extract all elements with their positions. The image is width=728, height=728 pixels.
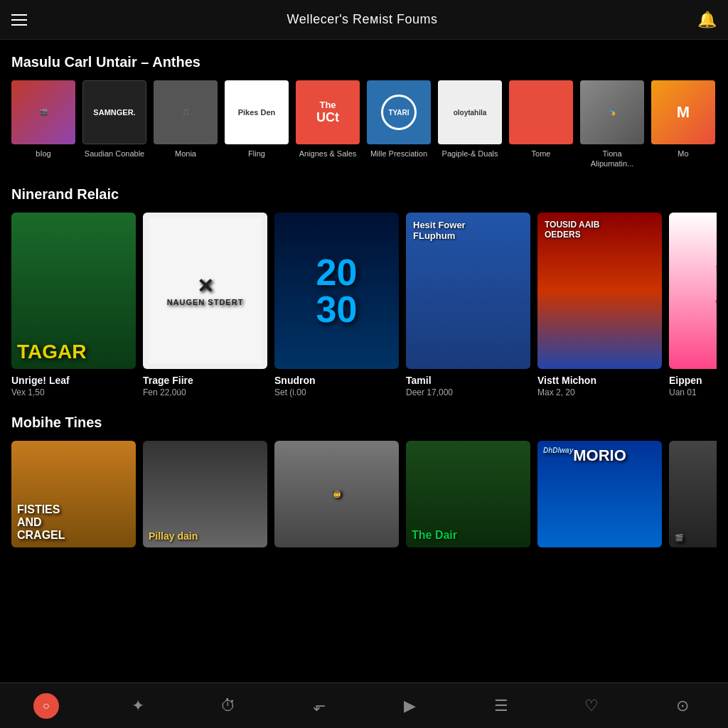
list-item[interactable]: 🎭 Tiona Alipumatin... [580, 80, 644, 169]
spark-icon: ✦ [132, 697, 144, 715]
movie-meta: Fen 22,0ú0 [143, 387, 267, 397]
card-label: Mille Presciation [367, 149, 431, 159]
list-item[interactable]: Yst Eippen Uan 01 [669, 213, 717, 397]
section-mobihe-title: Mobihe Tines [11, 414, 717, 431]
list-item[interactable]: ✕ NAUGEN STDERT Trage Fiire Fen 22,0ú0 [143, 213, 267, 397]
menu-button[interactable] [11, 14, 27, 26]
movie-meta: Set (i.00 [274, 387, 399, 397]
header-title: Wellecer's Reмist Foums [287, 12, 437, 27]
header: Wellecer's Reмist Foums 🔔 [0, 0, 728, 40]
movie-title: Unrige! Leaf [11, 375, 136, 386]
main-content: Masulu Carl Untair – Anthes 🎬 bIog SAMNG… [0, 40, 728, 682]
mobihe-scroll-row: FISTIESANDCRAGEL Pillay dain 🤠 The Dair [11, 441, 717, 547]
nav-download[interactable]: ⊙ [665, 694, 700, 718]
home-icon: ○ [33, 693, 59, 719]
bottom-nav: ○ ✦ ⏱ ⬐ ▶ ☰ ♡ ⊙ [0, 682, 728, 728]
list-item[interactable]: SAMNGER. Saudian Conable [82, 80, 146, 169]
list-item[interactable]: 🤠 [274, 441, 399, 547]
movie-meta: Max 2, 20 [537, 387, 662, 397]
masulu-scroll-row: 🎬 bIog SAMNGER. Saudian Conable 🎵 Monia … [11, 80, 717, 169]
list-item[interactable]: Pikes Den Fling [225, 80, 289, 169]
card-label: Tiona Alipumatin... [580, 149, 644, 169]
heart-icon: ♡ [584, 697, 599, 715]
movie-meta: Deer 17,000 [406, 387, 530, 397]
nav-home[interactable]: ○ [28, 690, 65, 722]
movie-meta: Vex 1,50 [11, 387, 136, 397]
list-item[interactable]: The UCt Anignes & Sales [296, 80, 360, 169]
list-item[interactable]: TAGAR Unrige! Leaf Vex 1,50 [11, 213, 136, 397]
nav-heart[interactable]: ♡ [574, 694, 609, 718]
nav-list[interactable]: ☰ [483, 694, 519, 718]
card-label: bIog [11, 149, 75, 159]
card-label: Pagiple-& Duals [438, 149, 502, 159]
list-item[interactable]: M Mo [651, 80, 715, 169]
card-label: Anignes & Sales [296, 149, 360, 159]
list-item[interactable]: 🎬 bIog [11, 80, 75, 169]
section-masulu-title: Masulu Carl Untair – Anthes [11, 54, 717, 70]
section-ninerand: Ninerand Relaic TAGAR Unrige! Leaf Vex 1… [11, 186, 717, 397]
ninerand-scroll-row: TAGAR Unrige! Leaf Vex 1,50 ✕ NAUGEN STD… [11, 213, 717, 397]
list-item[interactable]: The Dair [406, 441, 530, 547]
movie-title: Vistt Michon [537, 375, 662, 386]
nav-bookmark[interactable]: ⬐ [301, 694, 337, 718]
list-item[interactable]: 20 30 Snudron Set (i.00 [274, 213, 399, 397]
card-label: Tome [509, 149, 573, 159]
movie-title: Eippen [669, 375, 717, 386]
download-icon: ⊙ [676, 697, 689, 715]
list-icon: ☰ [494, 697, 508, 715]
list-item[interactable]: Hesit FowerFLuphum Tamil Deer 17,000 [406, 213, 530, 397]
list-item[interactable]: FISTIESANDCRAGEL [11, 441, 136, 547]
card-label: Mo [651, 149, 715, 159]
nav-spark[interactable]: ✦ [120, 694, 156, 718]
list-item[interactable]: TYARI Mille Presciation [367, 80, 431, 169]
play-icon: ▶ [404, 697, 416, 715]
card-label: Saudian Conable [82, 149, 146, 159]
section-ninerand-title: Ninerand Relaic [11, 186, 717, 203]
movie-title: Snudron [274, 375, 399, 386]
movie-title: Tamil [406, 375, 530, 386]
section-mobihe: Mobihe Tines FISTIESANDCRAGEL Pillay dai… [11, 414, 717, 547]
list-item[interactable]: DhDlway MORIO [537, 441, 662, 547]
movie-meta: Uan 01 [669, 387, 717, 397]
card-label: Monia [154, 149, 218, 159]
list-item[interactable]: TOUSID AAIBOEDERS Vistt Michon Max 2, 20 [537, 213, 662, 397]
list-item[interactable]: oloytahila Pagiple-& Duals [438, 80, 502, 169]
section-masulu: Masulu Carl Untair – Anthes 🎬 bIog SAMNG… [11, 54, 717, 169]
nav-timer[interactable]: ⏱ [210, 694, 246, 718]
card-label: Fling [225, 149, 289, 159]
timer-icon: ⏱ [220, 697, 236, 715]
nav-play[interactable]: ▶ [392, 694, 428, 718]
bookmark-icon: ⬐ [313, 697, 326, 715]
notification-button[interactable]: 🔔 [697, 11, 717, 29]
list-item[interactable]: Pillay dain [143, 441, 267, 547]
list-item[interactable]: 🎵 Monia [154, 80, 218, 169]
list-item[interactable]: 🎬 [669, 441, 717, 547]
list-item[interactable]: Tome [509, 80, 573, 169]
movie-title: Trage Fiire [143, 375, 267, 386]
